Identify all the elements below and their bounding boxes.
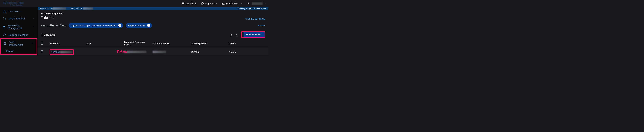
cell-status: Current: [226, 48, 268, 55]
cart-icon: [3, 17, 6, 20]
col-name[interactable]: First/Last Name: [150, 39, 188, 48]
filter-pill-label: Organization scope: CyberSource Merchant…: [71, 24, 116, 27]
name-redacted: [152, 51, 166, 53]
profile-id-link[interactable]: 9909000: [51, 51, 60, 53]
chevron-up-icon: [32, 42, 34, 45]
main: Account ID e Merchant ID Currently logge…: [38, 7, 268, 55]
cell-merchant-ref: [121, 48, 150, 55]
cell-card-expiration: 12/2023: [188, 48, 226, 55]
user-menu[interactable]: [247, 2, 266, 5]
user-name-redacted: [252, 3, 262, 5]
user-icon: [247, 2, 250, 5]
download-icon: [235, 33, 238, 36]
cell-name: [150, 48, 188, 55]
svg-point-1: [182, 4, 183, 4]
sidebar-item-label: Dashboard: [8, 10, 20, 13]
logo: cybersource A Visa Solution: [2, 1, 24, 6]
sidebar-item-virtual-terminal[interactable]: Virtual Terminal: [0, 15, 38, 22]
refresh-icon[interactable]: [118, 24, 121, 27]
sidebar-item-label: Transaction Management: [8, 24, 30, 30]
refresh-icon[interactable]: [147, 24, 150, 27]
table-row[interactable]: 9909000 12/2023 Current: [38, 48, 268, 55]
sidebar-item-device-management[interactable]: Device Management: [0, 54, 38, 55]
filter-pill-scope[interactable]: Scope: All Profiles: [126, 23, 152, 28]
account-id-redacted: [52, 7, 66, 10]
col-status[interactable]: Status: [226, 39, 268, 48]
sidebar-item-label: Virtual Terminal: [8, 17, 25, 20]
svg-point-16: [4, 43, 6, 44]
account-id-label: Account ID: [40, 7, 50, 10]
col-title[interactable]: Title: [83, 39, 121, 48]
chevron-down-icon: [215, 2, 218, 5]
svg-point-5: [202, 3, 203, 4]
profile-count-text: 2000 profiles with filters:: [41, 24, 66, 27]
svg-point-3: [184, 4, 184, 4]
chevron-down-icon: [240, 2, 243, 5]
feedback-icon: [182, 2, 184, 5]
page-title: Tokens: [41, 15, 244, 20]
merchant-ref-redacted: [124, 51, 146, 53]
bell-icon: [222, 2, 225, 5]
filter-pill-label: Scope: All Profiles: [128, 24, 146, 27]
svg-rect-15: [4, 42, 6, 44]
new-profile-highlight: NEW PROFILE: [241, 31, 265, 38]
logo-brand: cybersource: [3, 1, 24, 5]
merchant-id-label: Merchant ID: [70, 7, 82, 10]
trash-icon: [229, 33, 232, 36]
chevron-down-icon: [32, 25, 35, 28]
new-profile-button[interactable]: NEW PROFILE: [244, 32, 264, 37]
sidebar-item-label: Token Management: [9, 41, 29, 46]
notifications-label: Notifications: [226, 2, 239, 5]
download-button[interactable]: [234, 32, 240, 38]
profile-id-redacted: [60, 51, 72, 53]
svg-point-10: [248, 3, 249, 4]
reset-filters-link[interactable]: RESET: [258, 24, 265, 27]
profile-list-title: Profile List: [41, 33, 228, 36]
col-merchant-ref[interactable]: Merchant Reference Num...: [121, 39, 150, 48]
token-icon: [4, 42, 6, 45]
svg-rect-14: [3, 27, 5, 28]
transactions-icon: [3, 25, 6, 28]
sidebar: Dashboard Virtual Terminal Transaction M…: [0, 7, 38, 55]
svg-point-2: [183, 4, 183, 4]
svg-point-12: [5, 19, 6, 20]
notifications-menu[interactable]: Notifications: [222, 2, 243, 5]
logo-tagline: A Visa Solution: [10, 5, 23, 6]
profile-id-highlight: 9909000: [50, 49, 74, 55]
cell-title: [83, 48, 121, 55]
home-icon: [3, 10, 6, 13]
sidebar-group-token-management-highlight: Token Management Tokens: [0, 38, 37, 55]
sidebar-item-decision-manager[interactable]: Decision Manager: [0, 31, 38, 39]
sidebar-item-dashboard[interactable]: Dashboard: [0, 8, 38, 15]
env-notice: Currently logged into test server: [237, 7, 266, 10]
feedback-label: Feedback: [186, 2, 196, 5]
profile-settings-link[interactable]: PROFILE SETTINGS: [244, 18, 265, 20]
account-banner: Account ID e Merchant ID Currently logge…: [38, 7, 268, 10]
sidebar-item-token-management[interactable]: Token Management: [1, 39, 36, 48]
col-card-expiration[interactable]: Card Expiration: [188, 39, 226, 48]
svg-point-11: [4, 19, 4, 20]
row-checkbox[interactable]: [41, 50, 44, 53]
sidebar-subitem-tokens[interactable]: Tokens: [1, 48, 36, 54]
merchant-id-redacted: [83, 7, 93, 10]
sidebar-item-transaction-management[interactable]: Transaction Management: [0, 22, 38, 31]
col-profile-id[interactable]: Profile ID: [46, 39, 83, 48]
support-menu[interactable]: Support: [201, 2, 218, 5]
chevron-down-icon: [32, 34, 35, 36]
delete-button[interactable]: [228, 32, 234, 38]
page-kicker: Token Management: [41, 12, 244, 15]
svg-rect-13: [3, 26, 5, 27]
chevron-down-icon: [32, 17, 35, 20]
support-label: Support: [205, 2, 214, 5]
account-id-prefix: e: [52, 7, 53, 10]
shield-icon: [3, 33, 6, 37]
select-all-checkbox[interactable]: [41, 42, 44, 44]
support-icon: [201, 2, 204, 5]
sidebar-item-label: Decision Manager: [8, 34, 28, 36]
profile-table: Profile ID Title Merchant Reference Num.…: [38, 39, 268, 55]
chevron-down-icon: [264, 2, 266, 5]
filter-pill-org-scope[interactable]: Organization scope: CyberSource Merchant…: [68, 23, 123, 28]
feedback-link[interactable]: Feedback: [182, 2, 196, 5]
